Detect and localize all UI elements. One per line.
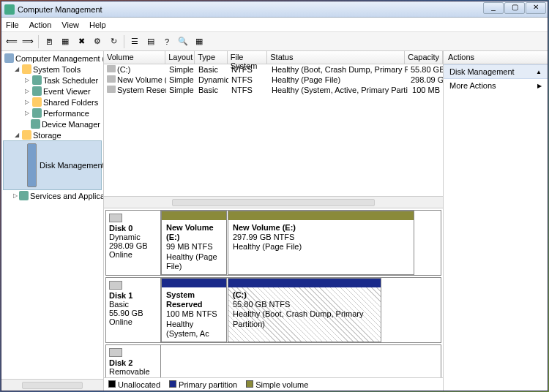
list-view-button[interactable]: ☰: [127, 34, 142, 49]
folder-icon: [22, 64, 31, 74]
partition[interactable]: System Reserved100 MB NTFSHealthy (Syste…: [161, 278, 227, 342]
nav-tree[interactable]: Computer Management (Local) ◢System Tool…: [1, 51, 104, 391]
chevron-up-icon: ▲: [536, 69, 542, 75]
services-icon: [19, 191, 29, 200]
col-capacity[interactable]: Capacity: [405, 51, 443, 64]
main-content: Volume Layout Type File System Status Ca…: [104, 51, 443, 391]
folder-icon: [32, 97, 42, 107]
drive-icon: [107, 86, 116, 93]
disk-header[interactable]: Disk 2Removable (F:)No Media: [106, 345, 161, 377]
expand-icon[interactable]: ▷: [23, 88, 31, 95]
properties-button[interactable]: ▦: [58, 34, 72, 49]
collapse-icon[interactable]: ◢: [13, 132, 20, 139]
partition[interactable]: (C:)55.80 GB NTFSHealthy (Boot, Crash Du…: [228, 278, 381, 342]
volume-scrollbar[interactable]: [104, 196, 443, 208]
folder-icon: [22, 130, 31, 140]
app-window: Computer Management _ ▢ ✕ File Action Vi…: [1, 1, 548, 391]
actions-label: More Actions: [449, 81, 496, 90]
settings-button[interactable]: ⚙: [90, 34, 105, 49]
actions-label: Disk Management: [449, 67, 515, 76]
disk-row[interactable]: Disk 2Removable (F:)No Media: [105, 344, 441, 377]
clock-icon: [32, 75, 42, 85]
menu-view[interactable]: View: [61, 20, 79, 29]
computer-icon: [4, 53, 14, 63]
delete-button[interactable]: ✖: [74, 34, 89, 49]
tree-device-manager[interactable]: Device Manager: [3, 118, 102, 129]
maximize-button[interactable]: ▢: [504, 2, 525, 14]
extra-button[interactable]: ▦: [192, 34, 206, 49]
event-icon: [32, 86, 42, 96]
tree-label: Task Scheduler: [43, 76, 98, 85]
minimize-button[interactable]: _: [483, 2, 504, 14]
chevron-right-icon: ▶: [537, 83, 542, 89]
titlebar[interactable]: Computer Management _ ▢ ✕: [1, 1, 548, 18]
performance-icon: [32, 108, 42, 118]
legend-item: Primary partition: [169, 380, 237, 389]
tree-services-apps[interactable]: ▷Services and Applications: [3, 190, 102, 201]
volume-row[interactable]: New Volume (E:)SimpleDynamicNTFSHealthy …: [104, 75, 443, 85]
volume-list: Volume Layout Type File System Status Ca…: [104, 51, 443, 208]
search-button[interactable]: 🔍: [176, 34, 190, 49]
actions-disk-management[interactable]: Disk Management▲: [444, 64, 548, 79]
volume-header: Volume Layout Type File System Status Ca…: [104, 51, 443, 64]
expand-icon[interactable]: ▷: [23, 110, 31, 117]
disk-row[interactable]: Disk 0Dynamic298.09 GBOnlineNew Volume (…: [105, 210, 441, 276]
expand-icon[interactable]: ▷: [23, 99, 31, 106]
disk-icon: [109, 348, 122, 357]
partition[interactable]: New Volume (E:)297.99 GB NTFSHealthy (Pa…: [228, 211, 414, 275]
tree-label: Performance: [43, 109, 89, 118]
menu-file[interactable]: File: [6, 20, 19, 29]
tree-event-viewer[interactable]: ▷Event Viewer: [3, 86, 102, 97]
up-button[interactable]: 🖹: [42, 34, 56, 49]
forward-button[interactable]: ⟹: [20, 34, 35, 49]
collapse-icon[interactable]: ◢: [13, 66, 20, 73]
tree-root-label: Computer Management (Local): [15, 54, 104, 63]
drive-icon: [107, 65, 116, 72]
expand-icon[interactable]: ▷: [23, 77, 31, 84]
refresh-button[interactable]: ↻: [106, 34, 121, 49]
help-button[interactable]: ?: [160, 34, 174, 49]
drive-icon: [107, 75, 116, 83]
tree-scrollbar[interactable]: [1, 379, 103, 391]
actions-pane: Actions Disk Management▲ More Actions▶: [443, 51, 548, 391]
col-type[interactable]: Type: [195, 51, 228, 64]
expand-icon[interactable]: ▷: [13, 192, 18, 200]
tree-label: Disk Management: [40, 161, 104, 170]
disk-header[interactable]: Disk 0Dynamic298.09 GBOnline: [106, 211, 161, 275]
tree-performance[interactable]: ▷Performance: [3, 108, 102, 118]
disk-icon: [109, 214, 122, 222]
tree-root[interactable]: Computer Management (Local): [3, 53, 102, 64]
close-button[interactable]: ✕: [526, 2, 546, 14]
detail-view-button[interactable]: ▤: [143, 34, 158, 49]
tree-label: Event Viewer: [43, 87, 91, 96]
legend: UnallocatedPrimary partitionSimple volum…: [104, 377, 443, 391]
tree-label: Shared Folders: [43, 98, 98, 107]
toolbar: ⟸ ⟹ 🖹 ▦ ✖ ⚙ ↻ ☰ ▤ ? 🔍 ▦: [1, 32, 548, 51]
tree-storage[interactable]: ◢Storage: [3, 129, 102, 140]
actions-more[interactable]: More Actions▶: [444, 79, 548, 92]
volume-rows[interactable]: (C:)SimpleBasicNTFSHealthy (Boot, Crash …: [104, 64, 443, 196]
actions-header: Actions: [444, 51, 548, 64]
tree-system-tools[interactable]: ◢System Tools: [3, 64, 102, 75]
col-layout[interactable]: Layout: [165, 51, 195, 64]
volume-row[interactable]: System ReservedSimpleBasicNTFSHealthy (S…: [104, 85, 443, 95]
partition[interactable]: New Volume (E:)99 MB NTFSHealthy (Page F…: [161, 211, 227, 275]
disk-icon: [27, 143, 37, 187]
legend-item: Unallocated: [108, 380, 160, 389]
tree-label: System Tools: [33, 65, 81, 74]
disk-row[interactable]: Disk 1Basic55.90 GBOnlineSystem Reserved…: [105, 277, 441, 343]
menu-action[interactable]: Action: [29, 20, 52, 29]
tree-task-scheduler[interactable]: ▷Task Scheduler: [3, 75, 102, 86]
col-status[interactable]: Status: [267, 51, 405, 64]
tree-label: Device Manager: [42, 120, 100, 129]
tree-shared-folders[interactable]: ▷Shared Folders: [3, 97, 102, 108]
volume-row[interactable]: (C:)SimpleBasicNTFSHealthy (Boot, Crash …: [104, 64, 443, 75]
col-fs[interactable]: File System: [228, 51, 267, 64]
disk-graphical-view[interactable]: Disk 0Dynamic298.09 GBOnlineNew Volume (…: [104, 208, 443, 377]
disk-header[interactable]: Disk 1Basic55.90 GBOnline: [106, 278, 161, 342]
back-button[interactable]: ⟸: [4, 34, 19, 49]
col-volume[interactable]: Volume: [104, 51, 165, 64]
tree-label: Storage: [33, 131, 61, 140]
menu-help[interactable]: Help: [89, 20, 106, 29]
tree-disk-management[interactable]: Disk Management: [3, 140, 102, 190]
